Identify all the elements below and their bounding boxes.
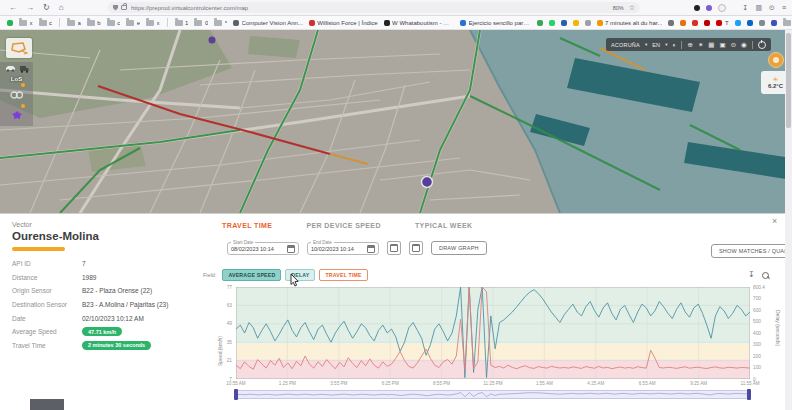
tab-typical-week[interactable]: TYPICAL WEEK <box>415 222 473 229</box>
chip-travel-time[interactable]: TRAVEL TIME <box>319 269 367 281</box>
start-date-value[interactable]: 08/02/2023 10:14 <box>231 246 274 252</box>
info-label: Average Speed <box>12 328 82 335</box>
language-selector[interactable]: EN <box>652 42 660 48</box>
bookmark-item[interactable]: W Whataboutism - Wikip... <box>384 20 455 26</box>
extension-icon[interactable] <box>694 5 700 11</box>
truck-icon[interactable] <box>19 65 29 73</box>
start-date-field[interactable]: Start Date 08/02/2023 10:14 <box>227 240 299 255</box>
end-date-value[interactable]: 10/02/2023 10:14 <box>311 246 354 252</box>
bookmark-item[interactable]: 1 <box>175 20 189 26</box>
bookmark-item[interactable]: Computer Vision Ann... <box>233 20 303 26</box>
tracking-shield-icon[interactable] <box>113 5 118 11</box>
incident-layer-button[interactable] <box>11 106 23 124</box>
bookmark-item[interactable]: T <box>716 20 728 26</box>
home-button[interactable]: ⌂ <box>59 0 64 15</box>
menu-icon[interactable]: ≡ <box>782 4 786 11</box>
calendar-icon <box>412 244 420 252</box>
draw-polygon-tool[interactable] <box>6 38 32 58</box>
bookmark-item[interactable]: * <box>214 20 227 26</box>
bookmark-item[interactable] <box>759 20 765 26</box>
bookmark-item[interactable] <box>7 20 13 26</box>
los-layer-label[interactable]: LoS <box>11 76 22 82</box>
favicon <box>309 20 315 26</box>
reload-button[interactable]: ↻ <box>43 0 50 15</box>
bookmark-item[interactable] <box>704 20 710 26</box>
car-icon[interactable] <box>5 65 16 72</box>
calendar-shortcut-button[interactable] <box>409 241 423 255</box>
address-bar[interactable]: https://preprod.virtualcontrolcenter.com… <box>108 2 640 13</box>
user-icon[interactable]: ⊙ <box>731 38 736 51</box>
extension-icon[interactable] <box>718 4 726 12</box>
bookmark-item[interactable] <box>747 20 753 26</box>
tab-travel-time[interactable]: TRAVEL TIME <box>222 222 272 229</box>
bookmark-item[interactable] <box>771 20 777 26</box>
widgets-icon[interactable]: ▣ <box>719 38 725 51</box>
help-icon[interactable]: ◉ <box>741 38 747 51</box>
globe-icon[interactable]: ⊕ <box>687 38 692 51</box>
bookmark-item[interactable] <box>573 20 579 26</box>
bookmark-item[interactable] <box>561 20 567 26</box>
chart-brush[interactable] <box>236 390 750 399</box>
bookmark-item[interactable]: 7 minutes alt du har... <box>597 20 663 26</box>
map-canvas[interactable]: LoS ACORUÑA ▾ EN ▾ ◐ ⊕ ✶ ▦ ▣ ⊙ ◉ <box>0 30 792 213</box>
bookmark-item[interactable]: a <box>67 20 81 26</box>
bookmark-item[interactable] <box>549 20 555 26</box>
bookmark-item[interactable]: x <box>19 20 33 26</box>
sidebar-icon[interactable]: ▥ <box>755 4 762 12</box>
tab-per-device-speed[interactable]: PER DEVICE SPEED <box>306 222 380 229</box>
brush-handle-left[interactable] <box>234 389 238 400</box>
brush-handle-right[interactable] <box>747 389 751 400</box>
calendar-icon[interactable] <box>367 245 375 253</box>
zoom-search-icon[interactable] <box>762 272 769 279</box>
download-icon[interactable]: ↧ <box>748 270 755 280</box>
info-label: Distance <box>12 274 82 281</box>
favicon <box>561 20 567 26</box>
page-zoom-badge[interactable]: 80% <box>613 5 624 11</box>
bookmark-item[interactable]: c <box>107 20 121 26</box>
bookmark-item[interactable] <box>668 20 674 26</box>
forward-button[interactable]: → <box>26 0 34 15</box>
camera-button[interactable] <box>768 52 784 68</box>
bookmark-item[interactable] <box>735 20 741 26</box>
downloads-icon[interactable]: ↧ <box>743 4 749 12</box>
bookmark-item[interactable] <box>537 20 543 26</box>
bookmark-item[interactable] <box>680 20 686 26</box>
account-icon[interactable]: ⊙ <box>769 4 775 12</box>
draw-graph-button[interactable]: DRAW GRAPH <box>431 241 487 255</box>
bookmark-item[interactable]: b <box>87 20 101 26</box>
end-date-field[interactable]: End Date 10/02/2023 10:14 <box>307 240 379 255</box>
folder-icon <box>214 20 222 26</box>
calendar-icon[interactable] <box>287 245 295 253</box>
bookmark-label: c <box>49 20 52 26</box>
close-icon[interactable]: × <box>772 216 777 226</box>
url-text[interactable]: https://preprod.virtualcontrolcenter.com… <box>131 5 613 11</box>
bookmark-label: b <box>97 20 100 26</box>
bookmark-item[interactable]: Ejercicio sencillo para... <box>460 20 531 26</box>
bookmark-item[interactable] <box>692 20 698 26</box>
folder-icon <box>19 20 27 26</box>
power-icon[interactable] <box>758 41 766 49</box>
matches-layer-button[interactable] <box>10 85 23 103</box>
bookmark-item[interactable]: x <box>146 20 160 26</box>
travel-time-chart[interactable] <box>236 287 750 379</box>
bookmark-star-icon[interactable]: ☆ <box>629 0 635 15</box>
sensors-icon[interactable]: ✶ <box>698 38 703 51</box>
contrast-icon[interactable]: ◐ <box>672 38 676 51</box>
bookmark-item[interactable]: e <box>126 20 140 26</box>
scrollbar-thumb[interactable] <box>786 33 791 128</box>
bookmark-item[interactable] <box>585 20 591 26</box>
region-selector[interactable]: ACORUÑA <box>611 42 640 48</box>
bookmarks-bar: xcabcex10*Computer Vision Ann...Willisto… <box>0 16 792 30</box>
calendar-shortcut-button[interactable] <box>387 241 401 255</box>
bookmark-item[interactable]: 0 <box>194 20 208 26</box>
x-tick-label: 11:25 PM <box>483 381 502 386</box>
back-button[interactable]: ← <box>9 0 17 15</box>
extension-icon[interactable] <box>706 5 712 11</box>
chip-average-speed[interactable]: AVERAGE SPEED <box>222 269 281 281</box>
bookmark-item[interactable]: c <box>39 20 53 26</box>
bookmark-item[interactable]: Williston Force | Índice <box>309 20 378 26</box>
info-row: Average Speed47.71 km/h <box>12 325 224 339</box>
bookmark-item[interactable]: D <box>783 20 792 26</box>
show-matches-quality-button[interactable]: SHOW MATCHES / QUALITY <box>711 244 792 258</box>
grid-layers-icon[interactable]: ▦ <box>708 38 714 51</box>
